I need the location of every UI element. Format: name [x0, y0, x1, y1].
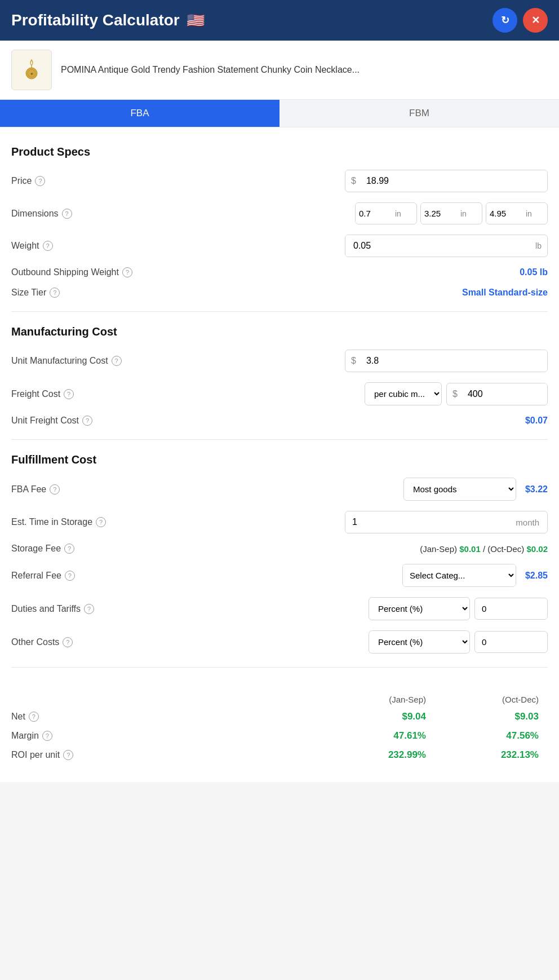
unit-cost-help-icon[interactable]: ?: [112, 356, 122, 366]
fba-fee-right: Most goods Apparel Footwear Dangerous go…: [403, 478, 548, 501]
unit-freight-cost-value: $0.07: [525, 416, 548, 426]
est-time-help-icon[interactable]: ?: [96, 517, 106, 527]
net-row: Net ? $9.04 $9.03: [11, 711, 548, 722]
dimensions-label: Dimensions ?: [11, 209, 72, 219]
size-tier-label: Size Tier ?: [11, 288, 60, 298]
referral-fee-right: Select Categ... Jewelry Electronics Clot…: [402, 564, 548, 587]
divider-2: [11, 439, 548, 440]
freight-help-icon[interactable]: ?: [64, 389, 74, 399]
close-button[interactable]: ✕: [523, 8, 548, 33]
product-title: POMINA Antique Gold Trendy Fashion State…: [61, 64, 360, 76]
dimensions-help-icon[interactable]: ?: [62, 209, 72, 219]
dim1-input[interactable]: [356, 203, 389, 224]
weight-input[interactable]: [345, 235, 530, 257]
dim2-unit: in: [455, 209, 472, 218]
storage-input-wrapper: month: [345, 511, 548, 533]
price-input-wrapper: $: [345, 170, 548, 192]
other-costs-label: Other Costs ?: [11, 637, 73, 647]
roi-help-icon[interactable]: ?: [63, 750, 73, 760]
duties-help-icon[interactable]: ?: [84, 604, 94, 614]
roi-values: 232.99% 232.13%: [322, 749, 548, 761]
freight-amount-input[interactable]: [463, 383, 547, 405]
svg-text:✦: ✦: [30, 72, 34, 77]
other-costs-type-select[interactable]: Percent (%) Flat ($): [369, 630, 470, 654]
referral-select-wrapper: Select Categ... Jewelry Electronics Clot…: [402, 564, 516, 587]
product-thumbnail: ✦: [11, 50, 52, 90]
margin-row: Margin ? 47.61% 47.56%: [11, 730, 548, 741]
storage-fee-help-icon[interactable]: ?: [64, 544, 74, 554]
flag-icon: 🇺🇸: [187, 12, 205, 29]
header-actions: ↻ ✕: [493, 8, 548, 33]
storage-fee-value: (Jan-Sep) $0.01 / (Oct-Dec) $0.02: [420, 544, 548, 554]
outbound-shipping-weight-value: 0.05 lb: [520, 267, 548, 277]
summary-section: (Jan-Sep) (Oct-Dec) Net ? $9.04 $9.03 Ma…: [11, 686, 548, 761]
header: Profitability Calculator 🇺🇸 ↻ ✕: [0, 0, 559, 41]
freight-amount-wrapper: $: [446, 383, 548, 405]
other-costs-inputs: Percent (%) Flat ($): [369, 630, 548, 654]
roi-jan-sep-value: 232.99%: [322, 749, 435, 761]
dim3-unit: in: [520, 209, 538, 218]
price-help-icon[interactable]: ?: [35, 176, 45, 186]
unit-freight-cost-label: Unit Freight Cost ?: [11, 416, 92, 426]
other-costs-help-icon[interactable]: ?: [63, 637, 73, 647]
divider-1: [11, 311, 548, 312]
unit-cost-input[interactable]: [362, 350, 547, 372]
dimensions-row: Dimensions ? in in in: [11, 202, 548, 224]
dimensions-group: in in in: [355, 202, 548, 224]
fulfillment-cost-title: Fulfillment Cost: [11, 453, 548, 466]
main-content: Product Specs Price ? $ Dimensions ? in …: [0, 127, 559, 782]
storage-time-input[interactable]: [345, 511, 508, 533]
weight-unit: lb: [530, 241, 547, 250]
freight-cost-label: Freight Cost ?: [11, 389, 74, 399]
storage-fee-label: Storage Fee ?: [11, 544, 74, 554]
outbound-shipping-weight-row: Outbound Shipping Weight ? 0.05 lb: [11, 267, 548, 277]
dim1-unit: in: [389, 209, 407, 218]
product-specs-title: Product Specs: [11, 145, 548, 158]
weight-help-icon[interactable]: ?: [43, 241, 53, 251]
unit-manufacturing-cost-label: Unit Manufacturing Cost ?: [11, 356, 122, 366]
net-values: $9.04 $9.03: [322, 711, 548, 722]
summary-col-oct-dec: (Oct-Dec): [435, 695, 548, 704]
refresh-button[interactable]: ↻: [493, 8, 517, 33]
outbound-shipping-weight-label: Outbound Shipping Weight ?: [11, 267, 132, 277]
est-time-storage-row: Est. Time in Storage ? month: [11, 511, 548, 533]
price-input[interactable]: [362, 170, 547, 192]
freight-amount-prefix: $: [447, 389, 463, 399]
dim2-input[interactable]: [421, 203, 455, 224]
margin-values: 47.61% 47.56%: [322, 730, 548, 741]
dim3-input[interactable]: [486, 203, 520, 224]
size-tier-help-icon[interactable]: ?: [50, 288, 60, 298]
outbound-help-icon[interactable]: ?: [122, 267, 132, 277]
weight-input-wrapper: lb: [345, 235, 548, 257]
duties-type-select[interactable]: Percent (%) Flat ($): [369, 597, 470, 620]
unit-freight-help-icon[interactable]: ?: [82, 416, 92, 426]
app-title: Profitability Calculator: [11, 11, 180, 29]
tab-fba[interactable]: FBA: [0, 100, 280, 127]
price-row: Price ? $: [11, 170, 548, 192]
roi-label: ROI per unit ?: [11, 750, 73, 760]
product-row: ✦ POMINA Antique Gold Trendy Fashion Sta…: [0, 41, 559, 100]
referral-fee-help-icon[interactable]: ?: [65, 571, 75, 581]
manufacturing-cost-title: Manufacturing Cost: [11, 325, 548, 338]
other-costs-row: Other Costs ? Percent (%) Flat ($): [11, 630, 548, 654]
fba-fee-help-icon[interactable]: ?: [50, 484, 60, 495]
fba-fee-value: $3.22: [525, 484, 548, 495]
storage-fee-jan-sep-label: (Jan-Sep): [420, 544, 457, 554]
storage-fee-jan-sep-value: $0.01: [459, 544, 481, 554]
tab-fbm[interactable]: FBM: [280, 100, 559, 127]
freight-type-select[interactable]: per cubic m... per kg flat rate: [365, 382, 442, 405]
duties-inputs: Percent (%) Flat ($): [369, 597, 548, 620]
dim2-wrapper: in: [420, 202, 482, 224]
duties-amount-input[interactable]: [474, 598, 548, 620]
other-costs-amount-input[interactable]: [474, 631, 548, 653]
referral-fee-select[interactable]: Select Categ... Jewelry Electronics Clot…: [403, 564, 516, 586]
net-help-icon[interactable]: ?: [29, 712, 39, 722]
freight-inputs: per cubic m... per kg flat rate $: [365, 382, 548, 405]
dim3-wrapper: in: [486, 202, 548, 224]
margin-help-icon[interactable]: ?: [42, 731, 52, 741]
roi-row: ROI per unit ? 232.99% 232.13%: [11, 749, 548, 761]
size-tier-value: Small Standard-size: [462, 288, 548, 298]
dim1-wrapper: in: [355, 202, 417, 224]
fba-fee-select[interactable]: Most goods Apparel Footwear Dangerous go…: [403, 478, 516, 501]
margin-jan-sep-value: 47.61%: [322, 730, 435, 741]
